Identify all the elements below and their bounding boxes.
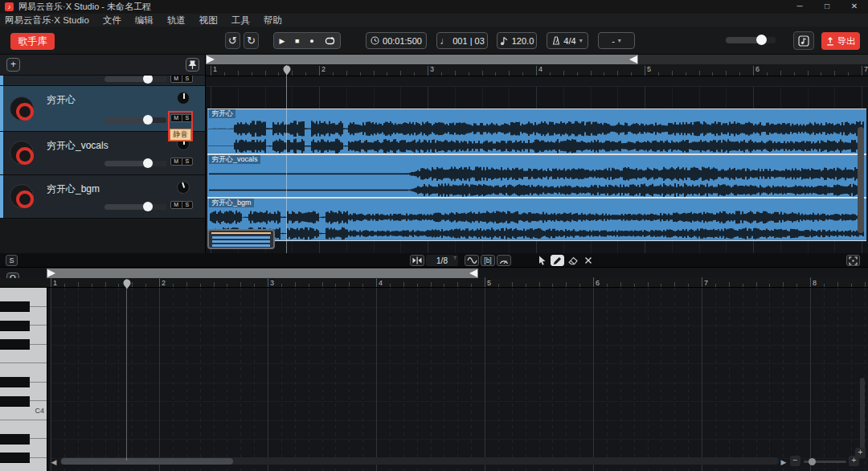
arrange-zoom-rangebar[interactable]	[206, 55, 868, 64]
pencil-tool[interactable]	[551, 255, 564, 266]
record-arm-button[interactable]	[10, 184, 34, 208]
piano-zoom-rangebar[interactable]	[47, 268, 478, 278]
range-start-marker[interactable]	[206, 55, 215, 64]
close-button[interactable]: ✕	[841, 0, 868, 14]
zoom-slider[interactable]	[804, 461, 846, 463]
menu-item-6[interactable]: 帮助	[264, 14, 282, 27]
piano-playhead[interactable]	[126, 279, 127, 461]
range-start-marker[interactable]	[47, 268, 56, 278]
mute-solo-buttons[interactable]: MS	[170, 76, 193, 83]
black-key[interactable]	[0, 301, 30, 312]
arrange-ruler[interactable]: 1234567	[206, 64, 868, 76]
mute-button[interactable]: M	[171, 202, 182, 208]
solo-indicator-button[interactable]: S	[6, 255, 18, 266]
track-volume-slider[interactable]	[104, 204, 166, 210]
menu-item-4[interactable]: 视图	[199, 14, 218, 27]
black-key[interactable]	[0, 377, 30, 387]
time-signature-select[interactable]: 4/4 ▾	[547, 32, 588, 49]
range-end-marker[interactable]	[628, 55, 638, 64]
arrange-grid[interactable]: 穷开心穷开心_vocals穷开心_bgm	[206, 76, 868, 253]
pointer-tool[interactable]	[535, 255, 549, 266]
track-row-partial[interactable]: MS	[0, 76, 206, 86]
menu-item-3[interactable]: 轨道	[167, 14, 186, 27]
arrange-playhead-handle[interactable]	[283, 65, 291, 76]
track-row[interactable]: 穷开心_bgmMS	[0, 175, 206, 219]
black-key[interactable]	[0, 321, 30, 331]
volume-thumb[interactable]	[756, 35, 767, 45]
flat-tool[interactable]: [b]	[481, 255, 495, 266]
menu-item-5[interactable]: 工具	[231, 14, 250, 27]
black-key[interactable]	[0, 396, 30, 407]
track-volume-slider[interactable]	[104, 76, 166, 82]
audio-file-button[interactable]	[793, 31, 814, 50]
piano-grid[interactable]	[50, 288, 868, 471]
record-arm-button[interactable]	[10, 141, 34, 165]
scroll-left-button[interactable]: ◀	[50, 458, 58, 466]
undo-button[interactable]: ↺	[225, 32, 240, 49]
solo-button[interactable]: S	[182, 202, 193, 208]
mute-solo-buttons[interactable]: MS	[170, 158, 193, 166]
piano-vertical-scrollbar[interactable]	[860, 378, 865, 450]
black-key[interactable]	[0, 434, 30, 444]
record-button[interactable]: ●	[309, 37, 313, 45]
snap-button[interactable]	[410, 255, 424, 266]
slider-thumb[interactable]	[143, 76, 153, 84]
arrange-playhead[interactable]	[286, 65, 287, 253]
piano-playhead-handle[interactable]	[123, 279, 131, 289]
track-volume-slider[interactable]	[104, 161, 166, 166]
black-key[interactable]	[0, 453, 30, 463]
audio-clip[interactable]: 穷开心_bgm	[207, 198, 866, 241]
minimize-button[interactable]: ─	[786, 0, 813, 14]
mute-button[interactable]: M	[171, 158, 182, 165]
audio-clip[interactable]: 穷开心_vocals	[207, 154, 866, 198]
pin-button[interactable]	[186, 58, 199, 72]
tick	[686, 72, 686, 76]
fit-view-button[interactable]	[846, 255, 860, 266]
snap-value-select[interactable]: 1/8 T	[426, 255, 458, 266]
mute-solo-buttons[interactable]: MS	[170, 201, 193, 209]
pan-knob[interactable]	[177, 92, 190, 104]
scroll-right-button[interactable]: ▶	[780, 458, 788, 466]
menu-item-1[interactable]: 文件	[103, 14, 121, 27]
pitch-curve-tool[interactable]	[465, 255, 479, 266]
delete-tool[interactable]	[581, 255, 595, 266]
black-key[interactable]	[0, 339, 30, 350]
vibrato-tool[interactable]	[497, 255, 511, 266]
vertical-zoom-in-button[interactable]: +	[855, 448, 866, 458]
beat-line	[824, 288, 825, 471]
slider-thumb[interactable]	[143, 115, 153, 125]
solo-button[interactable]: S	[182, 76, 193, 82]
tempo-display[interactable]: 120.0	[497, 32, 537, 49]
loop-button[interactable]	[325, 36, 335, 46]
slider-thumb[interactable]	[143, 158, 153, 168]
pan-knob[interactable]	[175, 179, 191, 195]
slider-thumb[interactable]	[143, 202, 153, 211]
time-display[interactable]: 00:01:500	[366, 32, 427, 49]
record-arm-button[interactable]	[10, 96, 34, 121]
menu-item-2[interactable]: 编辑	[135, 14, 154, 27]
audio-clip[interactable]: 穷开心	[207, 109, 866, 154]
arrange-vertical-scrollbar[interactable]	[858, 127, 864, 233]
export-button[interactable]: 导出	[821, 32, 860, 50]
key-select[interactable]: - ▾	[598, 32, 635, 49]
mute-button[interactable]: M	[171, 76, 182, 82]
range-end-marker[interactable]	[469, 268, 478, 278]
zoom-slider-thumb[interactable]	[809, 458, 816, 465]
solo-button[interactable]: S	[182, 158, 193, 165]
track-volume-slider[interactable]	[104, 117, 166, 123]
menu-item-0[interactable]: 网易云音乐·X Studio	[5, 14, 89, 27]
add-track-button[interactable]: +	[6, 58, 20, 72]
midi-clip[interactable]	[207, 229, 275, 249]
tick	[227, 284, 227, 287]
zoom-out-button[interactable]: −	[790, 456, 800, 466]
master-volume-slider[interactable]	[726, 37, 776, 43]
bar-beat-display[interactable]: ♩ 001 | 03	[436, 32, 488, 49]
stop-button[interactable]: ■	[295, 37, 299, 45]
eraser-tool[interactable]	[566, 255, 579, 266]
h-scroll-thumb[interactable]	[61, 458, 233, 465]
redo-button[interactable]: ↻	[244, 32, 259, 49]
singer-library-button[interactable]: 歌手库	[10, 33, 55, 50]
maximize-button[interactable]: □	[813, 0, 841, 14]
play-button[interactable]: ▶	[279, 37, 285, 45]
beat-line	[783, 288, 784, 471]
